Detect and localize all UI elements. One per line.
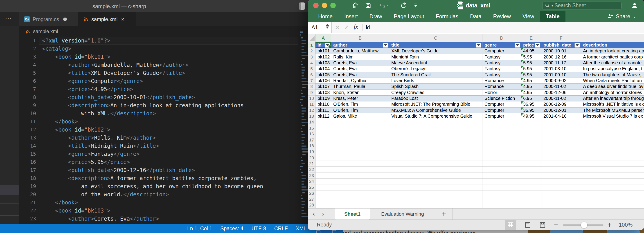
status-language[interactable]: XML [296, 226, 306, 232]
empty-cell[interactable] [542, 178, 581, 184]
code-line[interactable]: 13 <author>Ralls, Kim</author> [0, 134, 299, 142]
empty-cell[interactable] [316, 178, 331, 184]
cell-bk102-description[interactable]: A former architect battles corp [581, 54, 644, 60]
row-header-3[interactable]: 3 [308, 54, 316, 60]
empty-cell[interactable] [482, 173, 521, 178]
cell-bk101-title[interactable]: XML Developer's Guide [389, 48, 482, 54]
header-cell-publish_date[interactable]: publish_date [542, 42, 581, 48]
cell-bk107-id[interactable]: bk107 [316, 84, 331, 90]
function-icon[interactable]: fx [354, 24, 358, 30]
sheet-tab-evaluation-warning[interactable]: Evaluation Warning [370, 208, 435, 220]
empty-cell[interactable] [331, 190, 389, 196]
code-line[interactable]: 5 <title>XML Developer's Guide</title> [0, 69, 299, 77]
row-header-8[interactable]: 8 [308, 84, 316, 90]
cell-bk102-publish_date[interactable]: 2000-12-16 [542, 54, 581, 60]
empty-cell[interactable] [482, 155, 521, 161]
empty-cell[interactable] [316, 143, 331, 149]
column-header-B[interactable]: B [331, 34, 389, 42]
header-cell-price[interactable]: price [521, 42, 542, 48]
empty-cell[interactable] [542, 143, 581, 149]
empty-cell[interactable] [542, 167, 581, 172]
status-encoding[interactable]: UTF-8 [251, 226, 266, 232]
cell-bk106-genre[interactable]: Romance [482, 78, 521, 84]
empty-cell[interactable] [581, 149, 644, 155]
cell-bk104-publish_date[interactable]: 2001-03-10 [542, 66, 581, 72]
code-line[interactable]: 4 <author>Gambardella, Matthew</author> [0, 61, 299, 69]
zoom-window-button[interactable] [330, 3, 336, 8]
row-header-24[interactable]: 24 [308, 178, 316, 184]
empty-cell[interactable] [482, 125, 521, 131]
ribbon-tab-view[interactable]: View [517, 11, 540, 22]
cell-bk104-author[interactable]: Corets, Eva [331, 66, 389, 72]
empty-cell[interactable] [389, 125, 482, 131]
header-cell-author[interactable]: author [331, 42, 389, 48]
empty-cell[interactable] [482, 178, 521, 184]
empty-cell[interactable] [581, 167, 644, 172]
empty-cell[interactable] [331, 196, 389, 202]
status-cursor-position[interactable]: Ln 1, Col 1 [187, 226, 212, 232]
empty-cell[interactable] [581, 125, 644, 131]
empty-cell[interactable] [482, 119, 521, 125]
cell-bk105-price[interactable]: 5.95 [521, 72, 542, 78]
row-header-17[interactable]: 17 [308, 137, 316, 143]
empty-cell[interactable] [316, 137, 331, 143]
cancel-icon[interactable]: ✕ [335, 24, 340, 31]
empty-cell[interactable] [542, 149, 581, 155]
empty-cell[interactable] [542, 196, 581, 202]
row-header-21[interactable]: 21 [308, 161, 316, 167]
cell-bk112-genre[interactable]: Computer [482, 113, 521, 119]
empty-cell[interactable] [389, 202, 482, 208]
cell-bk109-price[interactable]: 6.95 [521, 96, 542, 102]
row-header-18[interactable]: 18 [308, 143, 316, 149]
empty-cell[interactable] [521, 167, 542, 172]
empty-cell[interactable] [389, 196, 482, 202]
cell-bk109-author[interactable]: Kress, Peter [331, 96, 389, 102]
empty-cell[interactable] [389, 161, 482, 167]
empty-cell[interactable] [331, 167, 389, 172]
cell-bk108-genre[interactable]: Horror [482, 90, 521, 96]
row-header-1[interactable]: 1 [308, 42, 316, 48]
row-header-4[interactable]: 4 [308, 60, 316, 66]
empty-cell[interactable] [521, 190, 542, 196]
empty-cell[interactable] [581, 178, 644, 184]
cell-bk104-title[interactable]: Oberon's Legacy [389, 66, 482, 72]
empty-cell[interactable] [316, 167, 331, 172]
empty-cell[interactable] [331, 125, 389, 131]
minimize-window-button[interactable] [322, 3, 327, 8]
cell-bk107-description[interactable]: A deep sea diver finds true lov [581, 84, 644, 90]
empty-cell[interactable] [331, 155, 389, 161]
column-header-D[interactable]: D [482, 34, 521, 42]
save-icon[interactable] [365, 2, 371, 9]
column-header-g[interactable] [581, 34, 644, 42]
cell-bk112-price[interactable]: 49.95 [521, 113, 542, 119]
empty-cell[interactable] [581, 173, 644, 178]
empty-cell[interactable] [389, 131, 482, 137]
empty-cell[interactable] [389, 149, 482, 155]
cell-bk110-id[interactable]: bk110 [316, 102, 331, 107]
header-cell-title[interactable]: title [389, 42, 482, 48]
empty-cell[interactable] [316, 119, 331, 125]
code-line[interactable]: 3 <book id="bk101"> [0, 53, 299, 61]
filter-dropdown-icon[interactable] [514, 43, 520, 48]
row-header-14[interactable]: 14 [308, 119, 316, 125]
empty-cell[interactable] [521, 137, 542, 143]
cell-bk101-publish_date[interactable]: 2000-10-01 [542, 48, 581, 54]
empty-cell[interactable] [316, 190, 331, 196]
cell-bk111-price[interactable]: 36.95 [521, 108, 542, 113]
row-header-25[interactable]: 25 [308, 184, 316, 190]
empty-cell[interactable] [521, 149, 542, 155]
row-header-26[interactable]: 26 [308, 190, 316, 196]
cell-bk103-genre[interactable]: Fantasy [482, 60, 521, 66]
empty-cell[interactable] [521, 196, 542, 202]
cell-bk107-publish_date[interactable]: 2000-11-02 [542, 84, 581, 90]
cell-bk106-price[interactable]: 4.95 [521, 78, 542, 84]
ribbon-tab-page-layout[interactable]: Page Layout [388, 11, 430, 22]
empty-cell[interactable] [331, 161, 389, 167]
empty-cell[interactable] [542, 131, 581, 137]
empty-cell[interactable] [316, 202, 331, 208]
empty-cell[interactable] [389, 143, 482, 149]
cell-bk112-author[interactable]: Galos, Mike [331, 113, 389, 119]
cell-bk112-description[interactable]: Microsoft Visual Studio 7 is ex [581, 113, 644, 119]
cell-bk105-genre[interactable]: Fantasy [482, 72, 521, 78]
empty-cell[interactable] [482, 161, 521, 167]
